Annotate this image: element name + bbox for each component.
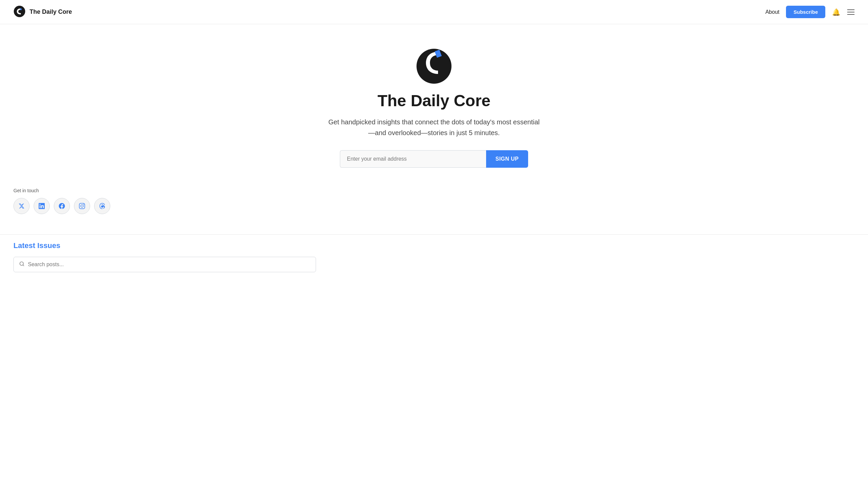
linkedin-button[interactable] — [34, 198, 50, 214]
hero-subtitle: Get handpicked insights that connect the… — [327, 117, 541, 138]
bell-icon[interactable]: 🔔 — [832, 8, 840, 16]
x-twitter-icon — [19, 203, 25, 209]
email-form: SIGN UP — [340, 150, 528, 168]
get-in-touch-label: Get in touch — [13, 188, 855, 193]
logo-icon — [13, 5, 26, 18]
search-icon — [19, 261, 25, 268]
instagram-icon — [79, 203, 85, 209]
latest-issues-section: Latest Issues — [0, 234, 868, 286]
search-bar — [13, 257, 316, 272]
svg-point-0 — [14, 6, 25, 17]
email-input[interactable] — [340, 150, 486, 168]
hero-logo — [414, 44, 454, 85]
header-right: About Subscribe 🔔 — [766, 6, 855, 18]
x-twitter-button[interactable] — [13, 198, 30, 214]
threads-button[interactable] — [94, 198, 110, 214]
header-left: The Daily Core — [13, 5, 72, 19]
signup-button[interactable]: SIGN UP — [486, 150, 528, 168]
social-section: Get in touch — [0, 181, 868, 228]
social-icons — [13, 198, 855, 214]
latest-issues-title: Latest Issues — [13, 241, 855, 250]
search-input[interactable] — [28, 261, 310, 267]
site-header: The Daily Core About Subscribe 🔔 — [0, 0, 868, 24]
facebook-button[interactable] — [54, 198, 70, 214]
hero-section: The Daily Core Get handpicked insights t… — [0, 24, 868, 181]
svg-line-3 — [23, 265, 24, 266]
site-title: The Daily Core — [30, 8, 72, 15]
linkedin-icon — [39, 203, 45, 209]
instagram-button[interactable] — [74, 198, 90, 214]
hamburger-menu[interactable] — [847, 9, 855, 15]
about-link[interactable]: About — [766, 9, 780, 15]
facebook-icon — [59, 203, 65, 209]
threads-icon — [99, 203, 105, 209]
hero-title: The Daily Core — [377, 91, 491, 110]
logo-link[interactable] — [13, 5, 26, 19]
subscribe-button[interactable]: Subscribe — [786, 6, 825, 18]
